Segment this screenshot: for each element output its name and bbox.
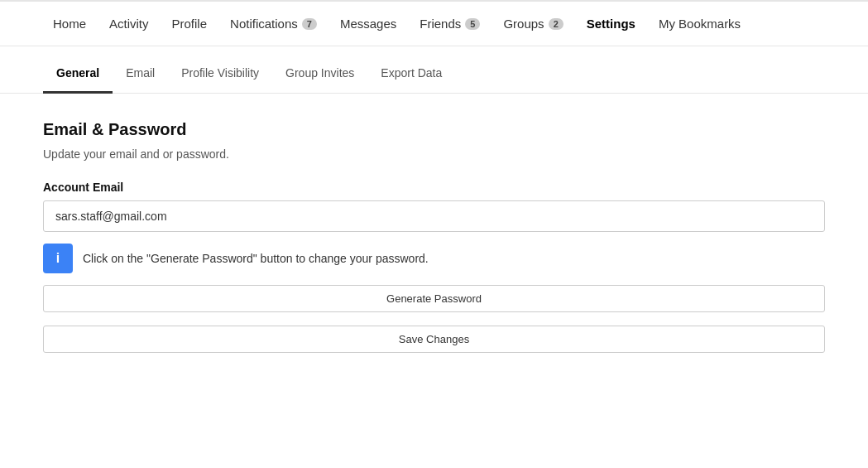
info-message: Click on the "Generate Password" button …: [83, 252, 429, 265]
nav-item-messages[interactable]: Messages: [330, 2, 406, 46]
sub-nav-item-export-data[interactable]: Export Data: [367, 55, 455, 94]
nav-item-home[interactable]: Home: [43, 2, 96, 46]
nav-item-activity[interactable]: Activity: [99, 2, 159, 46]
info-icon: i: [43, 244, 73, 273]
top-nav: HomeActivityProfileNotifications7Message…: [0, 1, 868, 46]
page-wrapper: HomeActivityProfileNotifications7Message…: [0, 0, 868, 468]
nav-item-notifications[interactable]: Notifications7: [220, 2, 327, 46]
nav-badge-groups: 2: [549, 18, 563, 30]
account-email-label: Account Email: [43, 181, 825, 194]
nav-item-my-bookmarks[interactable]: My Bookmarks: [649, 2, 751, 46]
generate-password-button[interactable]: Generate Password: [43, 285, 825, 312]
sub-nav: GeneralEmailProfile VisibilityGroup Invi…: [43, 55, 825, 93]
sub-nav-wrapper: GeneralEmailProfile VisibilityGroup Invi…: [0, 55, 868, 94]
section-title: Email & Password: [43, 120, 825, 139]
account-email-input[interactable]: [43, 200, 825, 232]
nav-badge-notifications: 7: [302, 18, 317, 30]
main-content: Email & Password Update your email and o…: [0, 94, 868, 388]
sub-nav-item-profile-visibility[interactable]: Profile Visibility: [168, 55, 272, 94]
info-box: i Click on the "Generate Password" butto…: [43, 244, 825, 273]
sub-nav-item-email[interactable]: Email: [113, 55, 168, 94]
sub-nav-item-general[interactable]: General: [43, 55, 113, 94]
nav-item-settings[interactable]: Settings: [577, 2, 645, 46]
button-row: Generate Password Save Changes: [43, 285, 825, 361]
nav-item-friends[interactable]: Friends5: [410, 2, 490, 46]
nav-item-profile[interactable]: Profile: [162, 2, 218, 46]
nav-item-groups[interactable]: Groups2: [493, 2, 573, 46]
nav-badge-friends: 5: [465, 18, 480, 30]
save-changes-button[interactable]: Save Changes: [43, 326, 825, 353]
section-description: Update your email and or password.: [43, 147, 825, 161]
sub-nav-item-group-invites[interactable]: Group Invites: [272, 55, 367, 94]
